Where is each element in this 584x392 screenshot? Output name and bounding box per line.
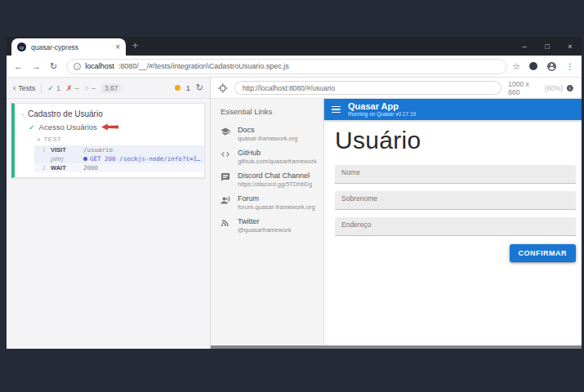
browser-tab[interactable]: cy quasar-cypress × [11, 38, 126, 56]
app-drawer: Essential Links Docs quasar-framework.or… [211, 99, 324, 349]
app-viewport: Essential Links Docs quasar-framework.or… [211, 99, 582, 349]
drawer-item-label: Docs [238, 126, 297, 135]
test-row[interactable]: ✓ Acesso Usuários [15, 120, 204, 134]
drawer-item-caption: https://discord.gg/5TDhbDg [238, 180, 312, 189]
viewport-bottom-edge [211, 345, 582, 349]
address-bar[interactable]: i localhost:8080/__/#/tests/integration\… [66, 59, 507, 74]
page-info-icon[interactable]: i [74, 63, 81, 70]
minimize-button[interactable]: – [513, 42, 536, 51]
check-icon: ✓ [47, 84, 54, 92]
url-host: localhost [85, 62, 114, 70]
app-subtitle: Running on Quasar v0.17.19 [348, 111, 416, 118]
extension-icon[interactable] [529, 62, 537, 70]
drawer-item-caption: forum.quasar-framework.org [238, 203, 315, 212]
command-log: 1 VISIT /usuario (xhr) GET 200 /sockjs-n… [34, 145, 204, 172]
section-label: TEST [44, 136, 62, 143]
new-tab-button[interactable]: + [132, 40, 138, 51]
command-row-wait[interactable]: 2 WAIT 2000 [34, 163, 204, 172]
voice-over-icon [221, 195, 230, 205]
viewport-size: 1000 x 660 [508, 80, 541, 96]
tab-close-icon[interactable]: × [115, 43, 120, 51]
tests-label: Tests [18, 84, 35, 92]
close-button[interactable]: × [559, 42, 582, 51]
queued-count: 1 [186, 84, 190, 92]
code-icon [221, 149, 230, 159]
pending-count[interactable]: ○ – [84, 84, 95, 92]
drawer-item-docs[interactable]: Docs quasar-framework.org [211, 123, 323, 146]
tab-title: quasar-cypress [31, 43, 110, 51]
drawer-title: Essential Links [211, 104, 323, 123]
caret-down-icon: ▾ [38, 136, 41, 142]
form-area: Usuário Nome Sobrenome Endereço CONFIRMA… [324, 120, 582, 262]
rss-feed-icon [221, 218, 230, 228]
auto-scroll-indicator-icon[interactable] [175, 85, 181, 91]
command-message: /usuario [83, 146, 201, 154]
chevron-left-icon: ‹ [13, 83, 16, 92]
sobrenome-input[interactable]: Sobrenome [335, 191, 576, 210]
failed-value: – [74, 84, 78, 92]
browser-tab-bar: cy quasar-cypress × + – □ × [7, 37, 582, 56]
suite-row[interactable]: - Cadastro de Usuário [15, 107, 204, 120]
school-icon [221, 127, 230, 136]
app-title: Quasar App [348, 101, 416, 111]
nome-input[interactable]: Nome [335, 165, 576, 184]
back-icon[interactable]: ← [14, 61, 23, 71]
command-row-visit[interactable]: 1 VISIT /usuario [34, 145, 204, 154]
hamburger-menu-icon[interactable] [332, 106, 341, 114]
red-arrow-annotation-icon [101, 123, 118, 131]
drawer-item-twitter[interactable]: Twitter @quasarframework [211, 215, 323, 238]
aut-header: http://localhost:8080/#/usuario 1000 x 6… [211, 78, 582, 99]
cypress-reporter-panel: ‹ Tests ✓ 1 ✗ – ○ – [7, 78, 211, 349]
aut-url-field[interactable]: http://localhost:8080/#/usuario [234, 81, 502, 95]
back-to-tests-button[interactable]: ‹ Tests [13, 83, 35, 92]
viewport-zoom: (80%) [545, 84, 564, 92]
url-path: :8080/__/#/tests/integration\CadastroUsu… [118, 62, 289, 70]
drawer-item-forum[interactable]: Forum forum.quasar-framework.org [211, 192, 323, 215]
divider [41, 82, 42, 93]
aut-panel: http://localhost:8080/#/usuario 1000 x 6… [211, 78, 582, 349]
maximize-button[interactable]: □ [536, 42, 559, 51]
drawer-item-discord[interactable]: Discord Chat Channel https://discord.gg/… [211, 169, 323, 192]
pending-value: – [91, 84, 96, 92]
browser-window: cy quasar-cypress × + – □ × ← → ↻ i loca… [7, 37, 582, 349]
duration-badge: 3.67 [101, 83, 122, 93]
rerun-tests-icon[interactable]: ↻ [196, 82, 203, 93]
profile-avatar-icon[interactable] [546, 61, 557, 72]
test-section-row[interactable]: ▾ TEST [15, 134, 204, 145]
toolbar-actions: ☆ ⋮ [512, 61, 574, 72]
desktop-backdrop: cy quasar-cypress × + – □ × ← → ↻ i loca… [0, 0, 584, 392]
test-title: Acesso Usuários [39, 122, 97, 131]
confirmar-button[interactable]: CONFIRMAR [510, 244, 577, 262]
drawer-item-label: Discord Chat Channel [238, 172, 312, 180]
route-dot-icon [83, 157, 87, 161]
command-method: WAIT [51, 164, 83, 172]
xhr-message-text: GET 200 /sockjs-node/info?t=1547220225… [90, 155, 201, 163]
browser-menu-icon[interactable]: ⋮ [566, 62, 574, 71]
reporter-header: ‹ Tests ✓ 1 ✗ – ○ – [7, 78, 210, 99]
cypress-favicon-icon: cy [17, 42, 26, 51]
endereco-input[interactable]: Endereço [335, 217, 576, 236]
window-controls: – □ × [513, 37, 582, 56]
selector-playground-icon[interactable] [218, 83, 228, 93]
suite-title: Cadastro de Usuário [28, 109, 103, 118]
test-suite-card: - Cadastro de Usuário ✓ Acesso Usuários … [11, 103, 205, 178]
browser-toolbar: ← → ↻ i localhost:8080/__/#/tests/integr… [7, 56, 582, 78]
reload-icon[interactable]: ↻ [50, 61, 57, 72]
drawer-item-label: Forum [238, 194, 315, 203]
chat-icon [221, 172, 230, 182]
page-title: Usuário [335, 127, 576, 154]
passed-count[interactable]: ✓ 1 [47, 84, 60, 92]
app-page: Quasar App Running on Quasar v0.17.19 Us… [324, 99, 582, 349]
command-method: (xhr) [51, 155, 83, 163]
bookmark-star-icon[interactable]: ☆ [512, 61, 520, 72]
command-number: 1 [38, 146, 46, 154]
command-message: 2000 [83, 164, 201, 172]
drawer-item-github[interactable]: GitHub github.com/quasarframework [211, 146, 323, 169]
failed-count[interactable]: ✗ – [66, 84, 79, 92]
forward-icon[interactable]: → [32, 61, 41, 71]
viewport-info-icon[interactable] [566, 84, 574, 92]
drawer-item-caption: @quasarframework [238, 226, 292, 234]
app-toolbar: Quasar App Running on Quasar v0.17.19 [324, 99, 582, 120]
command-row-xhr[interactable]: (xhr) GET 200 /sockjs-node/info?t=154722… [34, 154, 204, 163]
collapse-icon: - [21, 110, 24, 118]
